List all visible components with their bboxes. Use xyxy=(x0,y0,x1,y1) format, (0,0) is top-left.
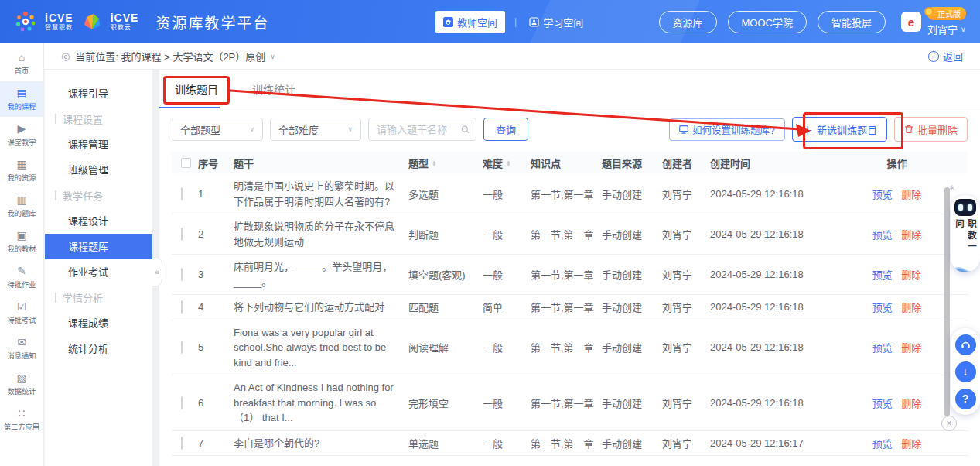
row-no: 7 xyxy=(198,437,234,449)
resource-library-button[interactable]: 资源库 xyxy=(659,11,717,33)
help-button[interactable]: ? xyxy=(955,389,976,409)
delete-link[interactable]: 删除 xyxy=(901,302,921,314)
add-training-questions-label: 新选训练题目 xyxy=(817,122,877,137)
rail-item[interactable]: ☑ 待批考试 xyxy=(0,295,43,331)
rail-item[interactable]: ∷ 第三方应用 xyxy=(0,402,43,437)
difficulty-value: 全部难度 xyxy=(278,122,319,137)
query-button[interactable]: 查询 xyxy=(483,118,528,141)
teacher-space-button[interactable]: 教师空间 xyxy=(435,11,505,33)
rail-item[interactable]: ✉ 消息通知 xyxy=(0,331,43,366)
tab[interactable]: 训练统计 xyxy=(252,81,295,97)
preview-link[interactable]: 预览 xyxy=(872,438,893,450)
icve-zhijiaoyun-logo xyxy=(81,11,103,33)
learning-space-button[interactable]: 学习空间 xyxy=(526,11,586,33)
row-difficulty: 一般 xyxy=(483,267,531,282)
sidebar-item[interactable]: 班级管理 xyxy=(45,157,152,183)
rail-item-icon: ▣ xyxy=(16,230,26,241)
rail-item[interactable]: ▧ 数据统计 xyxy=(0,366,43,402)
sidebar-item[interactable]: 作业考试 xyxy=(45,259,152,285)
row-type: 多选题 xyxy=(408,187,483,201)
preview-link[interactable]: 预览 xyxy=(872,189,893,200)
row-stem: An Act of Kindness I had nothing for bre… xyxy=(234,380,408,426)
rail-item[interactable]: ✎ 待批作业 xyxy=(0,259,43,295)
row-checkbox[interactable] xyxy=(181,437,183,450)
row-checkbox[interactable] xyxy=(181,341,183,354)
sort-type-control[interactable]: ▲▼ xyxy=(432,160,437,166)
location-pin-icon: ◎ xyxy=(61,50,70,62)
sidebar-item[interactable]: 课程引导 xyxy=(45,81,152,106)
stem-search-input[interactable] xyxy=(377,124,458,135)
delete-link[interactable]: 删除 xyxy=(901,229,921,241)
course-switch-chevron-icon[interactable]: ∨ xyxy=(270,53,275,60)
table-header: 序号 题干 题型 ▲▼ 难度 ▲▼ 知识点 题目来源 创建者 创建时间 操作 xyxy=(172,152,968,174)
rail-item-label: 消息通知 xyxy=(8,349,36,360)
row-checkbox[interactable] xyxy=(181,300,183,314)
sidebar-item[interactable]: 课程题库 xyxy=(45,234,152,259)
row-creator: 刘宵宁 xyxy=(662,396,710,410)
back-button[interactable]: ← 返回 xyxy=(928,49,963,63)
search-icon[interactable] xyxy=(461,125,470,135)
difficulty-select[interactable]: 全部难度 ∨ xyxy=(270,118,361,141)
question-type-select[interactable]: 全部题型 ∨ xyxy=(172,118,263,141)
delete-link[interactable]: 删除 xyxy=(901,438,921,450)
row-no: 3 xyxy=(198,269,234,280)
delete-link[interactable]: 删除 xyxy=(901,342,921,354)
rail-item[interactable]: ⌂ 首页 xyxy=(0,46,43,81)
delete-link[interactable]: 删除 xyxy=(901,269,921,281)
col-source: 题目来源 xyxy=(602,156,662,170)
add-training-questions-button[interactable]: ＋ 新选训练题目 xyxy=(792,117,887,142)
batch-delete-button[interactable]: 批量删除 xyxy=(894,117,968,142)
preview-link[interactable]: 预览 xyxy=(872,269,893,281)
preview-link[interactable]: 预览 xyxy=(872,398,893,409)
select-all-checkbox[interactable] xyxy=(181,158,191,168)
rail-item-label: 待批考试 xyxy=(8,314,36,324)
delete-link[interactable]: 删除 xyxy=(901,189,921,200)
smart-casting-button[interactable]: 智能投屏 xyxy=(818,11,886,33)
row-creator: 刘宵宁 xyxy=(662,187,710,201)
table-row: 4 将下列动物与它们的运动方式配对 匹配题 简单 第一节,第一章 手动创建 刘宵… xyxy=(172,295,968,320)
user-menu[interactable]: 刘宵宁 ∨ xyxy=(927,22,966,36)
sidebar-item[interactable]: 统计分析 xyxy=(45,336,152,361)
preview-link[interactable]: 预览 xyxy=(872,302,893,314)
rail-item-icon: ∷ xyxy=(19,408,26,419)
rail-item[interactable]: ▣ 我的教材 xyxy=(0,224,43,259)
sidebar-item[interactable]: 课程成绩 xyxy=(45,310,152,336)
assistant-widget[interactable]: 职教一问 xyxy=(951,195,980,272)
rail-item[interactable]: ▥ 我的题库 xyxy=(0,188,43,224)
sidebar-item[interactable]: 课程管理 xyxy=(45,132,152,157)
row-checkbox[interactable] xyxy=(181,268,183,281)
delete-link[interactable]: 删除 xyxy=(901,398,921,409)
row-checkbox[interactable] xyxy=(181,396,183,409)
icon-rail: ⌂ 首页 ▤ 我的课程 ▶ 课堂教学 ▦ 我的资源 ▥ 我的题库 ▣ 我的教材 … xyxy=(0,43,44,466)
rail-item[interactable]: ▶ 课堂教学 xyxy=(0,117,43,152)
preview-link[interactable]: 预览 xyxy=(872,229,893,241)
rail-item-label: 我的资源 xyxy=(8,171,36,182)
vertical-scrollbar[interactable] xyxy=(944,187,950,416)
preview-link[interactable]: 预览 xyxy=(872,342,893,354)
row-checkbox[interactable] xyxy=(181,228,183,241)
help-setup-button[interactable]: 如何设置训练题库? xyxy=(669,118,785,141)
row-source: 手动创建 xyxy=(602,396,662,410)
col-type: 题型 ▲▼ xyxy=(408,156,483,170)
table-row: 7 李白是哪个朝代的? 单选题 一般 第一节,第一章 手动创建 刘宵宁 2024… xyxy=(172,431,968,457)
back-label: 返回 xyxy=(943,49,963,63)
close-floating-button[interactable]: × xyxy=(941,416,957,431)
robot-icon xyxy=(954,199,976,216)
sidebar-collapse-handle[interactable]: « xyxy=(152,257,162,286)
mooc-academy-button[interactable]: MOOC学院 xyxy=(728,11,807,33)
download-button[interactable]: ↓ xyxy=(955,361,976,382)
row-checkbox[interactable] xyxy=(181,187,183,200)
sidebar-item[interactable]: 课程设计 xyxy=(45,208,152,234)
rail-item[interactable]: ▦ 我的资源 xyxy=(0,152,43,188)
topbar: iCVE智慧职教 iCVE职教云 资源库教学平台 教师空间 | xyxy=(0,0,980,43)
tab[interactable]: 训练题目 xyxy=(175,81,218,97)
row-stem: 扩散现象说明物质的分子在永不停息地做无规则运动 xyxy=(234,219,408,249)
tabs-bar: 训练题目 训练统计 xyxy=(159,70,980,108)
customer-service-button[interactable] xyxy=(955,334,976,355)
row-type: 判断题 xyxy=(408,227,483,242)
user-block: e 正式版 刘宵宁 ∨ xyxy=(901,7,966,36)
breadcrumb: 当前位置: 我的课程 > 大学语文（2P）原创 xyxy=(75,49,265,63)
sort-difficulty-control[interactable]: ▲▼ xyxy=(506,160,511,166)
avatar[interactable]: e xyxy=(901,12,921,32)
rail-item[interactable]: ▤ 我的课程 xyxy=(0,81,43,117)
